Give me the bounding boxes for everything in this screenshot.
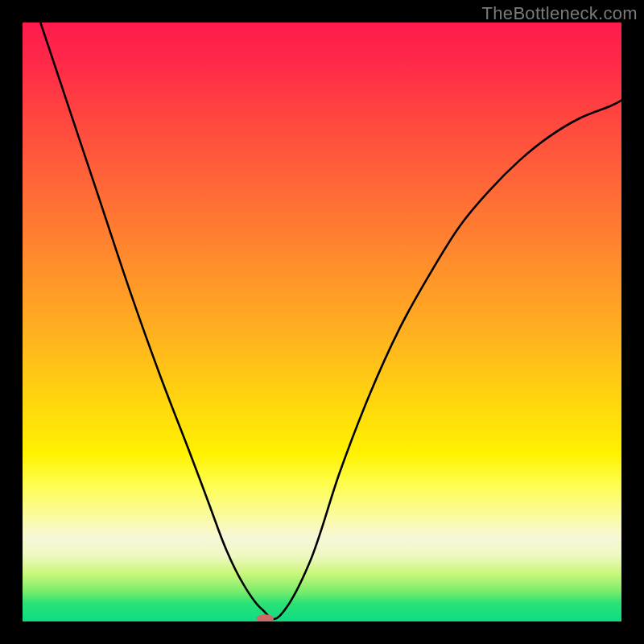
chart-svg — [23, 23, 621, 621]
watermark-text: TheBottleneck.com — [482, 3, 638, 24]
bottleneck-curve — [40, 23, 621, 619]
optimum-marker — [257, 615, 274, 621]
chart-area — [23, 23, 621, 621]
